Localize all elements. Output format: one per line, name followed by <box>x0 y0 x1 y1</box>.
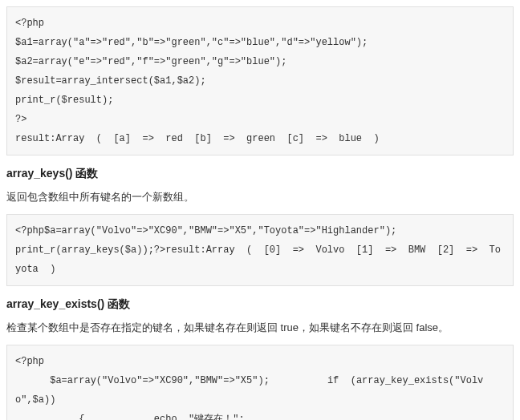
code-block-intersect: <?php $a1=array("a"=>"red","b"=>"green",… <box>6 6 514 155</box>
heading-array-keys: array_keys() 函数 <box>6 167 514 181</box>
desc-array-keys: 返回包含数组中所有键名的一个新数组。 <box>6 189 514 206</box>
code-line: ?> <box>15 114 26 125</box>
code-line: { echo "键存在！"; <box>15 414 245 420</box>
code-line: result:Array ( [a] => red [b] => green [… <box>15 133 380 144</box>
code-line: <?php <box>15 356 44 367</box>
code-line: $a2=array("e"=>"red","f"=>"green","g"=>"… <box>15 56 286 67</box>
code-line: $result=array_intersect($a1,$a2); <box>15 75 206 87</box>
code-block-key-exists: <?php $a=array("Volvo"=>"XC90","BMW"=>"X… <box>6 345 514 420</box>
code-line: <?php <box>15 18 44 29</box>
code-line: <?php$a=array("Volvo"=>"XC90","BMW"=>"X5… <box>15 225 396 236</box>
heading-array-key-exists: array_key_exists() 函数 <box>6 297 514 312</box>
code-line: $a=array("Volvo"=>"XC90","BMW"=>"X5"); i… <box>15 375 483 406</box>
code-line: print_r($result); <box>15 95 113 106</box>
code-line: print_r(array_keys($a));?>result:Array (… <box>15 244 501 275</box>
code-line: $a1=array("a"=>"red","b"=>"green","c"=>"… <box>15 37 368 48</box>
code-block-keys: <?php$a=array("Volvo"=>"XC90","BMW"=>"X5… <box>6 214 514 286</box>
desc-array-key-exists: 检查某个数组中是否存在指定的键名，如果键名存在则返回 true，如果键名不存在则… <box>6 320 514 337</box>
